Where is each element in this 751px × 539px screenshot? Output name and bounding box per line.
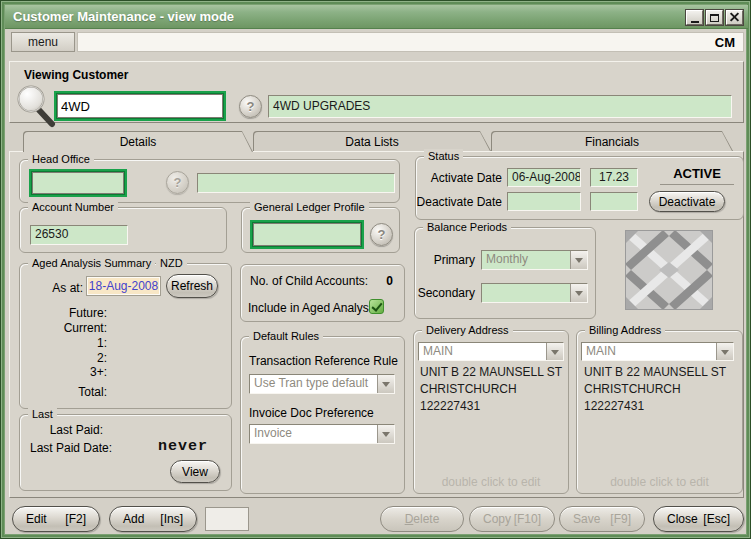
activate-date-label: Activate Date	[416, 171, 502, 185]
billing-address-line: UNIT B 22 MAUNSELL ST	[584, 365, 726, 379]
gl-profile-help-button[interactable]: ?	[370, 223, 393, 246]
primary-label: Primary	[417, 253, 475, 267]
head-office-name-field	[197, 173, 395, 193]
delivery-address-line: 122227431	[420, 399, 480, 413]
viewing-customer-label: Viewing Customer	[24, 68, 128, 82]
balance-periods-label: Balance Periods	[423, 220, 511, 235]
secondary-period-combo[interactable]	[481, 283, 588, 303]
tran-ref-combo[interactable]: Use Tran type default	[249, 374, 395, 394]
billing-address-group[interactable]: Billing Address MAIN UNIT B 22 MAUNSELL …	[576, 330, 743, 494]
titlebar[interactable]: Customer Maintenance - view mode	[5, 5, 748, 29]
deactivate-date-field	[507, 192, 581, 211]
view-button[interactable]: View	[170, 460, 220, 483]
search-icon	[12, 84, 58, 128]
refresh-button[interactable]: Refresh	[166, 274, 218, 298]
child-accounts-label: No. of Child Accounts:	[250, 274, 368, 288]
delete-button[interactable]: Delete	[380, 506, 464, 532]
delivery-address-line: CHRISTCHURCH	[420, 382, 517, 396]
chevron-down-icon	[570, 284, 587, 302]
billing-address-line: CHRISTCHURCH	[584, 382, 681, 396]
secondary-label: Secondary	[411, 286, 475, 300]
aged-analysis-group: Aged Analysis Summary NZD As at: 18-Aug-…	[19, 263, 232, 409]
add-button[interactable]: Add[Ins]	[109, 506, 197, 532]
as-at-date-field[interactable]: 18-Aug-2008	[87, 277, 160, 295]
minimize-button[interactable]	[686, 10, 703, 25]
account-number-field: 26530	[30, 225, 128, 245]
account-number-label: Account Number	[28, 200, 118, 215]
balance-periods-group: Balance Periods Primary Monthly Secondar…	[414, 227, 596, 319]
gl-profile-frame	[250, 220, 364, 249]
maximize-button[interactable]	[706, 10, 723, 25]
deactivate-button[interactable]: Deactivate	[649, 191, 725, 212]
aged-row-current: Current:	[33, 321, 107, 335]
status-divider	[660, 184, 734, 185]
gl-profile-group: General Ledger Profile ?	[241, 207, 400, 253]
delivery-address-group[interactable]: Delivery Address MAIN UNIT B 22 MAUNSELL…	[413, 330, 569, 494]
aged-row-total: Total:	[33, 385, 107, 399]
status-label: Status	[424, 149, 463, 164]
quilt-logo	[625, 230, 713, 310]
billing-address-combo[interactable]: MAIN	[581, 342, 734, 361]
child-accounts-box: No. of Child Accounts: 0 Include in Aged…	[240, 264, 405, 322]
head-office-label: Head Office	[28, 152, 94, 167]
aged-row-1: 1:	[33, 336, 107, 350]
customer-code-input[interactable]	[57, 94, 223, 118]
deactivate-date-label: Deactivate Date	[416, 195, 502, 209]
viewing-customer-panel: Viewing Customer ? 4WD UPGRADES	[9, 61, 744, 123]
close-icon	[729, 12, 740, 23]
minimize-icon	[691, 21, 699, 23]
billing-address-hint: double click to edit	[577, 475, 742, 489]
edit-button[interactable]: Edit[F2]	[12, 506, 100, 532]
inv-doc-combo[interactable]: Invoice	[249, 424, 395, 444]
inv-doc-label: Invoice Doc Preference	[249, 406, 374, 420]
gl-profile-label: General Ledger Profile	[250, 200, 369, 215]
child-accounts-count: 0	[371, 274, 393, 288]
customer-maintenance-window: Customer Maintenance - view mode CM menu…	[0, 0, 751, 539]
save-button[interactable]: Save[F9]	[559, 506, 645, 532]
aged-row-2: 2:	[33, 351, 107, 365]
tab-data-lists[interactable]: Data Lists	[253, 131, 491, 151]
deactivate-time-field	[590, 192, 638, 211]
chevron-down-icon	[377, 425, 394, 443]
last-paid-date-value: never	[158, 438, 208, 455]
aged-row-future: Future:	[33, 306, 107, 320]
activate-time-field: 17.23	[590, 168, 638, 187]
status-group: Status Activate Date 06-Aug-2008 17.23 D…	[415, 156, 744, 220]
customer-name-field: 4WD UPGRADES	[268, 95, 732, 118]
copy-button[interactable]: Copy[F10]	[469, 506, 555, 532]
as-at-label: As at:	[33, 281, 83, 295]
head-office-code-frame	[29, 169, 127, 197]
account-number-group: Account Number 26530	[19, 207, 227, 253]
menu-button[interactable]: menu	[11, 32, 75, 52]
head-office-code-field[interactable]	[32, 172, 124, 194]
default-rules-label: Default Rules	[249, 329, 323, 344]
tran-ref-label: Transaction Reference Rule	[249, 354, 398, 368]
customer-help-button[interactable]: ?	[239, 95, 262, 118]
head-office-help-button[interactable]: ?	[166, 171, 189, 194]
gl-profile-field[interactable]	[253, 223, 361, 246]
tab-details[interactable]: Details	[23, 131, 253, 152]
billing-address-label: Billing Address	[585, 323, 665, 338]
chevron-down-icon	[716, 343, 733, 360]
window-title: Customer Maintenance - view mode	[5, 9, 234, 24]
head-office-group: Head Office ?	[19, 159, 400, 203]
tab-financials[interactable]: Financials	[491, 131, 733, 151]
last-group: Last Last Paid: Last Paid Date: never Vi…	[19, 414, 232, 491]
include-aged-label: Include in Aged Analysis	[248, 301, 377, 315]
chevron-down-icon	[377, 375, 394, 393]
primary-period-combo[interactable]: Monthly	[481, 250, 588, 270]
menu-strip: CM	[77, 32, 744, 52]
billing-address-line: 122227431	[584, 399, 644, 413]
chevron-down-icon	[546, 343, 563, 360]
aged-analysis-label: Aged Analysis Summary	[28, 256, 155, 271]
delivery-address-combo[interactable]: MAIN	[418, 342, 564, 361]
include-aged-checkbox[interactable]	[369, 299, 384, 314]
aged-analysis-currency: NZD	[156, 256, 187, 271]
delivery-address-hint: double click to edit	[414, 475, 568, 489]
details-tab-panel: Head Office ? Account Number 26530 Gener…	[9, 151, 744, 498]
close-button[interactable]	[726, 10, 743, 25]
chevron-down-icon	[570, 251, 587, 269]
last-paid-label: Last Paid:	[33, 423, 103, 437]
close-window-button[interactable]: Close[Esc]	[653, 506, 744, 532]
customer-code-frame	[54, 91, 226, 121]
